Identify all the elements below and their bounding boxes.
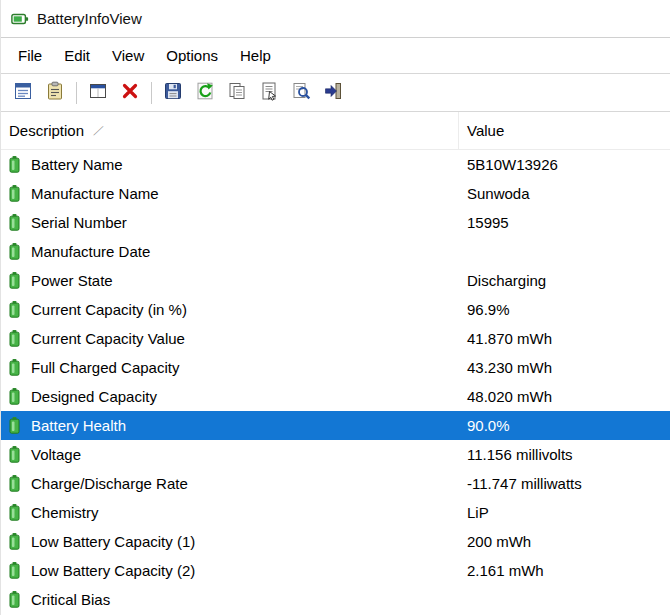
refresh-icon xyxy=(195,81,215,105)
row-description: Full Charged Capacity xyxy=(31,359,179,376)
row-value: 41.870 mWh xyxy=(467,330,552,347)
battery-item-icon xyxy=(8,475,21,492)
clipboard-icon xyxy=(45,81,65,105)
sort-indicator-icon: ⟋ xyxy=(93,124,104,138)
properties-button[interactable] xyxy=(254,78,284,108)
column-header-description-label: Description xyxy=(9,122,84,139)
menu-edit[interactable]: Edit xyxy=(53,41,101,70)
menu-view[interactable]: View xyxy=(101,41,155,70)
table-row[interactable]: Battery Name 5B10W13926 xyxy=(1,150,670,179)
battery-item-icon xyxy=(8,359,21,376)
toolbar xyxy=(1,74,670,112)
battery-item-icon xyxy=(8,562,21,579)
table-row[interactable]: Current Capacity (in %) 96.9% xyxy=(1,295,670,324)
row-description: Charge/Discharge Rate xyxy=(31,475,188,492)
menu-help[interactable]: Help xyxy=(229,41,282,70)
row-value: 15995 xyxy=(467,214,509,231)
row-description: Chemistry xyxy=(31,504,99,521)
copy-button[interactable] xyxy=(222,78,252,108)
column-header-value[interactable]: Value xyxy=(459,112,670,149)
table-row[interactable]: Battery Health 90.0% xyxy=(1,411,670,440)
battery-item-icon xyxy=(8,214,21,231)
row-description: Manufacture Date xyxy=(31,243,150,260)
table-row[interactable]: Power State Discharging xyxy=(1,266,670,295)
row-description: Low Battery Capacity (1) xyxy=(31,533,195,550)
battery-list: Battery Name 5B10W13926 Manufacture Name… xyxy=(1,150,670,615)
column-header-value-label: Value xyxy=(467,122,504,139)
table-row[interactable]: Critical Bias xyxy=(1,585,670,614)
toolbar-separator xyxy=(151,82,152,104)
copy-icon xyxy=(227,81,247,105)
battery-item-icon xyxy=(8,504,21,521)
table-row[interactable]: Low Battery Capacity (2) 2.161 mWh xyxy=(1,556,670,585)
app-window: BatteryInfoView File EditViewOptionsHelp xyxy=(0,0,670,615)
table-row[interactable]: Low Battery Capacity (1) 200 mWh xyxy=(1,527,670,556)
battery-item-icon xyxy=(8,533,21,550)
row-value: 48.020 mWh xyxy=(467,388,552,405)
delete-x-icon xyxy=(120,81,140,105)
battery-item-icon xyxy=(8,272,21,289)
table-row[interactable]: Manufacture Date xyxy=(1,237,670,266)
row-description: Battery Name xyxy=(31,156,123,173)
menu-options[interactable]: Options xyxy=(155,41,229,70)
battery-item-icon xyxy=(8,156,21,173)
title-bar: BatteryInfoView xyxy=(1,0,670,38)
row-description: Manufacture Name xyxy=(31,185,159,202)
row-description: Current Capacity Value xyxy=(31,330,185,347)
properties-icon xyxy=(259,81,279,105)
details-view-button[interactable] xyxy=(8,78,38,108)
row-description: Low Battery Capacity (2) xyxy=(31,562,195,579)
column-header-description[interactable]: Description ⟋ xyxy=(1,112,459,149)
choose-columns-icon xyxy=(88,81,108,105)
details-view-icon xyxy=(13,81,33,105)
row-description: Serial Number xyxy=(31,214,127,231)
row-description: Power State xyxy=(31,272,113,289)
row-description: Critical Bias xyxy=(31,591,110,608)
table-row[interactable]: Full Charged Capacity 43.230 mWh xyxy=(1,353,670,382)
battery-item-icon xyxy=(8,446,21,463)
table-row[interactable]: Designed Capacity 48.020 mWh xyxy=(1,382,670,411)
window-title: BatteryInfoView xyxy=(37,10,142,27)
battery-item-icon xyxy=(8,417,21,434)
list-header: Description ⟋ Value xyxy=(1,112,670,150)
clipboard-report-button[interactable] xyxy=(40,78,70,108)
find-magnifier-icon xyxy=(291,81,311,105)
exit-button[interactable] xyxy=(318,78,348,108)
save-floppy-icon xyxy=(163,81,183,105)
save-button[interactable] xyxy=(158,78,188,108)
battery-item-icon xyxy=(8,243,21,260)
table-row[interactable]: Chemistry LiP xyxy=(1,498,670,527)
row-value: 90.0% xyxy=(467,417,510,434)
menu-file[interactable]: File xyxy=(7,41,53,70)
delete-button[interactable] xyxy=(115,78,145,108)
row-value: 11.156 millivolts xyxy=(467,446,573,463)
row-value: 96.9% xyxy=(467,301,510,318)
row-value: 200 mWh xyxy=(467,533,531,550)
find-button[interactable] xyxy=(286,78,316,108)
battery-item-icon xyxy=(8,591,21,608)
toolbar-separator xyxy=(76,82,77,104)
row-value: Sunwoda xyxy=(467,185,530,202)
table-row[interactable]: Charge/Discharge Rate -11.747 milliwatts xyxy=(1,469,670,498)
exit-door-icon xyxy=(323,81,343,105)
refresh-button[interactable] xyxy=(190,78,220,108)
row-value: LiP xyxy=(467,504,489,521)
battery-item-icon xyxy=(8,301,21,318)
menu-bar: File EditViewOptionsHelp xyxy=(1,38,670,74)
battery-item-icon xyxy=(8,330,21,347)
row-description: Voltage xyxy=(31,446,81,463)
table-row[interactable]: Current Capacity Value 41.870 mWh xyxy=(1,324,670,353)
table-row[interactable]: Voltage 11.156 millivolts xyxy=(1,440,670,469)
row-description: Designed Capacity xyxy=(31,388,157,405)
choose-columns-button[interactable] xyxy=(83,78,113,108)
battery-item-icon xyxy=(8,185,21,202)
table-row[interactable]: Serial Number 15995 xyxy=(1,208,670,237)
row-value: Discharging xyxy=(467,272,546,289)
row-value: 43.230 mWh xyxy=(467,359,552,376)
row-value: 5B10W13926 xyxy=(467,156,558,173)
row-value: -11.747 milliwatts xyxy=(467,475,582,492)
battery-item-icon xyxy=(8,388,21,405)
app-battery-icon xyxy=(11,10,29,28)
row-value: 2.161 mWh xyxy=(467,562,544,579)
table-row[interactable]: Manufacture Name Sunwoda xyxy=(1,179,670,208)
